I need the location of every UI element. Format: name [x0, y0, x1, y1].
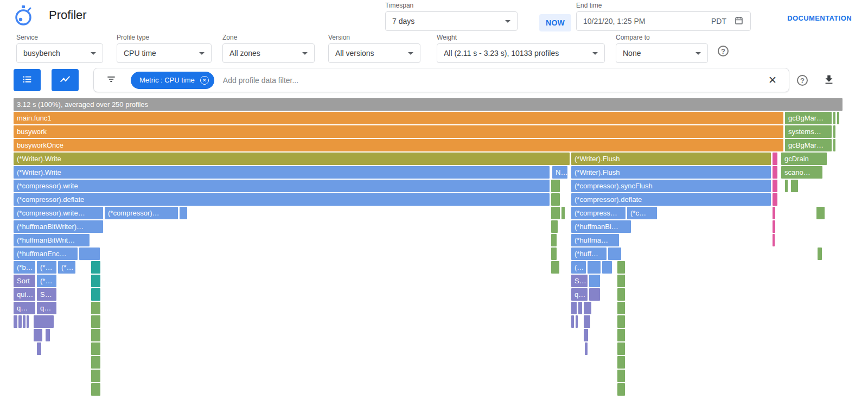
flame-bar[interactable]: [551, 220, 558, 233]
help-icon[interactable]: ?: [718, 46, 729, 56]
timespan-select[interactable]: 7 days: [385, 11, 518, 31]
flame-bar[interactable]: (*…: [58, 261, 75, 274]
now-button[interactable]: NOW: [539, 14, 571, 31]
flame-bar[interactable]: [602, 261, 612, 274]
flame-bar[interactable]: (*huffmanBitWrit…: [14, 234, 90, 246]
flame-bar[interactable]: busywork: [14, 125, 783, 138]
flame-bar[interactable]: Sort: [14, 275, 35, 287]
flame-bar[interactable]: [617, 370, 625, 382]
flame-bar[interactable]: [584, 329, 588, 341]
flame-bar[interactable]: [818, 248, 822, 260]
flame-bar[interactable]: busyworkOnce: [14, 139, 783, 151]
flame-bar[interactable]: [773, 180, 777, 192]
flame-bar[interactable]: S…: [37, 288, 56, 301]
flame-bar[interactable]: [773, 234, 775, 246]
flame-bar[interactable]: (*huffmanBitWriter)…: [14, 220, 103, 233]
flame-bar[interactable]: (*compress…: [571, 207, 626, 219]
flame-bar[interactable]: [91, 370, 100, 382]
flame-bar[interactable]: [34, 329, 42, 341]
flame-bar[interactable]: [551, 180, 560, 192]
flame-bar[interactable]: [46, 329, 50, 341]
flame-bar[interactable]: (*compressor).deflate: [14, 193, 550, 206]
flame-bar[interactable]: (*huffma…: [571, 234, 619, 246]
flame-bar[interactable]: (*Writer).Write: [14, 166, 550, 179]
flame-bar[interactable]: [773, 166, 777, 179]
flame-bar[interactable]: [773, 220, 775, 233]
flame-bar[interactable]: (…: [571, 261, 586, 274]
flame-bar[interactable]: [551, 248, 557, 260]
service-select[interactable]: busybench: [16, 43, 103, 63]
flame-bar[interactable]: [180, 207, 187, 219]
flame-bar[interactable]: [588, 261, 601, 274]
flame-bar[interactable]: [551, 207, 560, 219]
flame-bar[interactable]: gcBgMar…: [785, 112, 832, 124]
download-icon[interactable]: [823, 74, 835, 88]
flame-bar[interactable]: [837, 112, 839, 124]
flame-bar[interactable]: (*…: [37, 261, 56, 274]
flame-bar[interactable]: (*compressor).deflate: [571, 193, 771, 206]
compare-to-select[interactable]: None: [616, 43, 708, 63]
flame-bar[interactable]: [785, 180, 788, 192]
flame-bar[interactable]: [571, 302, 577, 314]
flame-bar[interactable]: main.func1: [14, 112, 783, 124]
flame-bar[interactable]: [91, 356, 100, 369]
chart-view-button[interactable]: [52, 69, 79, 91]
flame-bar[interactable]: [585, 342, 588, 355]
flame-bar[interactable]: [551, 193, 560, 206]
flame-bar[interactable]: qui…: [14, 288, 35, 301]
flame-bar[interactable]: q…: [37, 302, 56, 314]
metric-filter-chip[interactable]: Metric : CPU time ✕: [131, 72, 214, 89]
flame-bar[interactable]: q…: [571, 288, 588, 301]
flame-bar[interactable]: 3.12 s (100%), averaged over 250 profile…: [14, 98, 843, 111]
flame-bar[interactable]: [91, 329, 100, 341]
flame-bar[interactable]: N…: [552, 166, 567, 179]
flame-bar[interactable]: [578, 302, 582, 314]
flame-bar[interactable]: [571, 315, 574, 328]
flame-bar[interactable]: systems…: [785, 125, 832, 138]
flame-bar[interactable]: (*huffmanBi…: [571, 220, 631, 233]
flame-bar[interactable]: (*huffmanEnc…: [14, 248, 78, 260]
flame-bar[interactable]: [589, 275, 600, 287]
flame-bar[interactable]: [551, 234, 557, 246]
flame-bar[interactable]: [833, 112, 835, 124]
flame-bar[interactable]: (*c…: [627, 207, 657, 219]
flame-bar[interactable]: [14, 315, 17, 328]
flame-bar[interactable]: [91, 275, 100, 287]
flame-bar[interactable]: (*…: [37, 275, 56, 287]
version-select[interactable]: All versions: [328, 43, 420, 63]
flame-bar[interactable]: gcBgMar…: [785, 139, 832, 151]
flame-bar[interactable]: [617, 261, 625, 274]
flame-bar[interactable]: [833, 139, 835, 151]
weight-select[interactable]: All (2.11 s - 3.23 s), 10133 profiles: [437, 43, 605, 63]
flame-bar[interactable]: [23, 315, 25, 328]
flame-bar[interactable]: [773, 193, 777, 206]
clear-filters-icon[interactable]: ✕: [768, 75, 777, 85]
flame-bar[interactable]: (*compressor).write…: [14, 207, 103, 219]
flame-bar[interactable]: [617, 383, 625, 396]
flame-bar[interactable]: [91, 261, 100, 274]
flame-bar[interactable]: (*Writer).Flush: [571, 166, 771, 179]
flame-bar[interactable]: (*Writer).Flush: [571, 153, 771, 165]
end-time-input[interactable]: 10/21/20, 1:25 PM PDT: [576, 11, 751, 31]
help-icon[interactable]: ?: [797, 75, 808, 86]
flame-bar[interactable]: [79, 248, 100, 260]
flame-bar[interactable]: [91, 383, 100, 396]
flame-bar[interactable]: [584, 302, 591, 314]
flame-bar[interactable]: [617, 356, 625, 369]
flame-bar[interactable]: [27, 315, 29, 328]
chip-remove-icon[interactable]: ✕: [200, 76, 209, 85]
flame-bar[interactable]: [18, 315, 22, 328]
list-view-button[interactable]: [14, 69, 41, 91]
flame-bar[interactable]: (*b…: [14, 261, 35, 274]
flame-bar[interactable]: [589, 288, 600, 301]
flame-bar[interactable]: [576, 315, 578, 328]
flame-bar[interactable]: q…: [14, 302, 35, 314]
calendar-icon[interactable]: [734, 16, 744, 27]
filter-input[interactable]: [223, 76, 768, 85]
flame-bar[interactable]: S…: [571, 275, 588, 287]
flame-bar[interactable]: [91, 315, 100, 328]
flame-bar[interactable]: [791, 180, 798, 192]
flame-bar[interactable]: [91, 302, 100, 314]
documentation-link[interactable]: DOCUMENTATION: [787, 14, 852, 22]
flame-bar[interactable]: [773, 207, 775, 219]
